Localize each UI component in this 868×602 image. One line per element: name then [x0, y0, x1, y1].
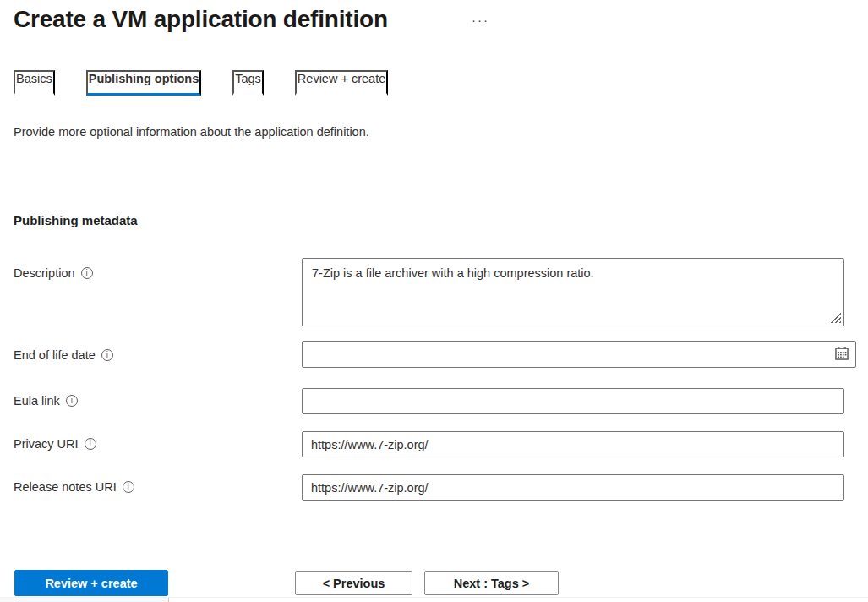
- review-create-button[interactable]: Review + create: [14, 570, 168, 596]
- end-of-life-date-input[interactable]: [302, 341, 856, 368]
- page-title: Create a VM application definition: [14, 6, 388, 33]
- bottom-cutoff-strip: [0, 597, 868, 602]
- info-icon[interactable]: i: [81, 267, 93, 279]
- info-icon[interactable]: i: [66, 395, 78, 407]
- more-menu-button[interactable]: ···: [472, 12, 489, 29]
- tab-bar: Basics Publishing options Tags Review + …: [14, 70, 388, 96]
- end-of-life-date-label-text: End of life date: [14, 348, 96, 362]
- next-tags-button[interactable]: Next : Tags >: [424, 571, 559, 595]
- end-of-life-date-field-container: [302, 341, 856, 368]
- eula-link-input[interactable]: [302, 388, 844, 414]
- release-notes-uri-label-text: Release notes URI: [14, 480, 117, 494]
- eula-link-label: Eula link i: [14, 394, 78, 408]
- privacy-uri-input[interactable]: [302, 431, 844, 457]
- calendar-picker-button[interactable]: [833, 345, 851, 362]
- description-field-container: 7-Zip is a file archiver with a high com…: [302, 258, 844, 326]
- description-label: Description i: [14, 266, 93, 280]
- tab-review-create[interactable]: Review + create: [295, 70, 388, 96]
- tab-publishing-options[interactable]: Publishing options: [86, 70, 202, 96]
- info-icon[interactable]: i: [85, 438, 96, 450]
- description-textarea[interactable]: 7-Zip is a file archiver with a high com…: [303, 259, 843, 326]
- previous-button[interactable]: < Previous: [295, 571, 412, 595]
- section-heading: Publishing metadata: [14, 213, 138, 227]
- tab-basics[interactable]: Basics: [14, 70, 55, 96]
- end-of-life-date-label: End of life date i: [14, 348, 113, 362]
- tab-tags[interactable]: Tags: [232, 70, 264, 96]
- release-notes-uri-label: Release notes URI i: [14, 480, 134, 494]
- release-notes-uri-input[interactable]: [302, 474, 844, 501]
- privacy-uri-label: Privacy URI i: [14, 437, 96, 451]
- eula-link-label-text: Eula link: [14, 394, 60, 408]
- info-icon[interactable]: i: [123, 481, 134, 493]
- panel-edge: [0, 598, 169, 602]
- calendar-icon: [834, 346, 849, 361]
- intro-text: Provide more optional information about …: [14, 125, 369, 139]
- ellipsis-icon: ···: [472, 13, 489, 27]
- description-label-text: Description: [14, 266, 75, 280]
- privacy-uri-label-text: Privacy URI: [14, 437, 79, 451]
- info-icon[interactable]: i: [101, 349, 113, 361]
